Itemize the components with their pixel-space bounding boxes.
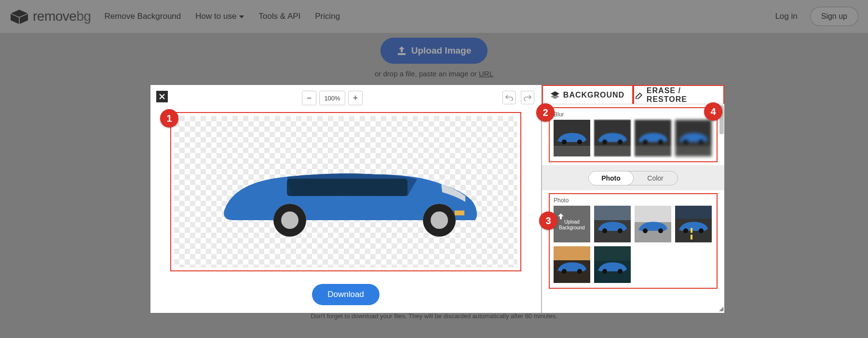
resize-handle-icon[interactable]: ◢: [719, 305, 723, 312]
layers-icon: [551, 91, 559, 99]
photo-section: Photo Upload Background: [549, 193, 718, 289]
svg-point-1: [281, 211, 298, 229]
segment-photo[interactable]: Photo: [589, 171, 633, 185]
callout-marker-4: 4: [704, 102, 722, 121]
svg-point-5: [562, 140, 567, 144]
svg-point-7: [602, 140, 607, 144]
svg-point-12: [699, 140, 704, 144]
svg-point-20: [577, 269, 582, 274]
photo-bg-option-1[interactable]: [635, 206, 671, 242]
zoom-out-button[interactable]: −: [302, 91, 316, 105]
svg-point-18: [699, 228, 704, 233]
panel-tabs: BACKGROUND ERASE / RESTORE: [542, 85, 724, 104]
svg-point-9: [643, 140, 648, 144]
undo-icon: [505, 94, 513, 101]
svg-point-19: [562, 269, 567, 274]
blur-option-3[interactable]: [675, 120, 712, 156]
history-controls: [502, 91, 534, 104]
svg-point-14: [618, 228, 623, 233]
svg-point-3: [431, 211, 448, 229]
canvas-pane: − 100% +: [150, 85, 541, 313]
photo-bg-option-4[interactable]: [594, 246, 631, 283]
callout-marker-1: 1: [160, 109, 178, 127]
zoom-value: 100%: [319, 91, 345, 105]
svg-point-16: [658, 228, 663, 233]
download-button[interactable]: Download: [312, 284, 380, 305]
photo-bg-option-0[interactable]: [594, 206, 631, 242]
bg-type-segment: Photo Color: [588, 171, 678, 185]
svg-point-8: [618, 140, 623, 144]
photo-title: Photo: [554, 197, 713, 204]
foreground-subject: [215, 148, 485, 249]
redo-icon: [524, 94, 531, 101]
svg-point-10: [658, 140, 663, 144]
tab-background[interactable]: BACKGROUND: [542, 85, 633, 104]
bg-type-segment-wrap: Photo Color: [542, 165, 724, 190]
side-panel: BACKGROUND ERASE / RESTORE Blur: [541, 85, 724, 313]
blur-section: Blur: [549, 107, 718, 162]
eraser-icon: [634, 91, 643, 99]
tab-erase-restore[interactable]: ERASE / RESTORE: [633, 85, 724, 104]
callout-marker-2: 2: [536, 103, 555, 122]
svg-point-15: [643, 228, 648, 233]
footer-note: Don't forget to download your files. The…: [265, 312, 603, 320]
redo-button[interactable]: [521, 91, 534, 104]
editor-modal: − 100% +: [150, 85, 724, 313]
blur-title: Blur: [554, 111, 713, 118]
undo-button[interactable]: [502, 91, 516, 104]
svg-point-21: [602, 269, 607, 274]
upload-background-button[interactable]: Upload Background: [554, 206, 590, 242]
blur-option-0[interactable]: [554, 120, 590, 156]
segment-color[interactable]: Color: [633, 171, 678, 185]
blur-option-1[interactable]: [594, 120, 631, 156]
svg-point-17: [683, 228, 688, 233]
callout-marker-3: 3: [539, 211, 557, 230]
svg-point-13: [602, 228, 607, 233]
svg-point-11: [683, 140, 688, 144]
zoom-controls: − 100% +: [302, 91, 363, 105]
svg-point-6: [577, 140, 582, 144]
zoom-in-button[interactable]: +: [348, 91, 363, 105]
blur-option-2[interactable]: [635, 120, 671, 156]
svg-rect-4: [287, 179, 407, 196]
image-canvas[interactable]: [170, 112, 521, 271]
photo-bg-option-2[interactable]: [675, 206, 712, 242]
svg-point-22: [618, 269, 623, 274]
photo-bg-option-3[interactable]: [554, 246, 590, 283]
